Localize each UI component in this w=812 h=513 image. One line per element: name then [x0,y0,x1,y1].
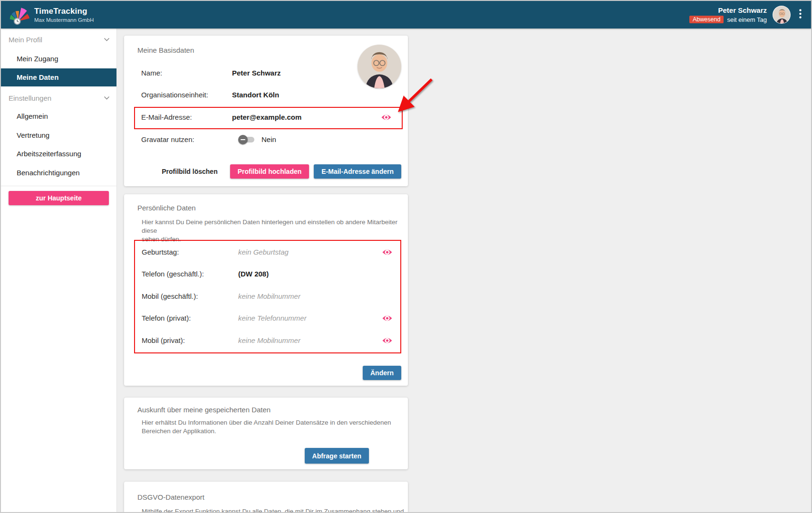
company-name: Max Mustermann GmbH [34,17,94,23]
field-row-mobil-privat: Mobil (privat): keine Mobilnummer [124,336,408,345]
kebab-menu-icon[interactable] [796,7,804,22]
field-label: Gravatar nutzen: [141,135,194,144]
sidebar-item-benachrichtigungen[interactable]: Benachrichtigungen [1,168,116,178]
field-label: Mobil (privat): [142,336,185,345]
field-row-telefon-geschaeftlich: Telefon (geschäftl.): (DW 208) [124,269,408,279]
user-info: Peter Schwarz Abwesend seit einem Tag [689,6,767,23]
toggle-value: Nein [261,135,276,144]
card-title: Auskunft über meine gespeicherten Daten [137,406,271,414]
field-label: E-Mail-Adresse: [141,113,192,122]
eye-icon[interactable] [382,337,393,344]
field-row-name: Name: Peter Schwarz [124,68,408,78]
eye-icon[interactable] [382,314,393,322]
eye-icon[interactable] [381,114,392,121]
user-name: Peter Schwarz [689,6,767,15]
description-line: sehen dürfen. [142,235,408,244]
email-aendern-button[interactable]: E-Mail-Adresse ändern [314,164,401,179]
card-title: DSGVO-Datenexport [137,493,204,501]
field-value: Standort Köln [232,90,279,100]
sidebar-item-allgemein[interactable]: Allgemein [1,111,116,122]
section-label: Mein Profil [9,36,42,44]
chevron-down-icon [104,38,110,41]
field-value: keine Telefonnummer [238,314,307,323]
sidebar-item-arbeitszeiterfassung[interactable]: Arbeitszeiterfassung [1,149,116,159]
card-title: Persönliche Daten [137,204,196,212]
field-label: Organisationseinheit: [141,90,208,100]
abfrage-starten-button[interactable]: Abfrage starten [305,448,369,464]
field-label: Geburtstag: [142,247,179,257]
field-row-geburtstag: Geburtstag: kein Geburtstag [124,247,408,257]
status-duration: seit einem Tag [727,16,767,23]
aendern-button[interactable]: Ändern [363,366,401,380]
sidebar: Mein Profil Mein Zugang Meine Daten Eins… [1,28,117,512]
avatar-image [773,6,791,24]
status-badge: Abwesend [689,16,724,23]
card-description: Mithilfe der Export Funktion kannst Du a… [142,507,408,513]
sidebar-item-vertretung[interactable]: Vertretung [1,130,116,141]
profilbild-hochladen-button[interactable]: Profilbild hochladen [230,164,309,179]
card-description: Hier kannst Du Deine persönlichen Daten … [142,218,408,244]
card-title: Meine Basisdaten [137,46,194,54]
field-label: Telefon (geschäftl.): [142,269,204,279]
app-title: TimeTracking [34,7,94,16]
field-value: kein Geburtstag [238,247,289,257]
field-row-gravatar: Gravatar nutzen: Nein [124,135,408,144]
eye-icon[interactable] [382,248,393,256]
zur-hauptseite-button[interactable]: zur Hauptseite [9,191,109,205]
description-line: Mithilfe der Export Funktion kannst Du a… [142,507,408,513]
sidebar-section-einstellungen[interactable]: Einstellungen [9,93,110,103]
app-window: TimeTracking Max Mustermann GmbH Peter S… [0,0,812,513]
sidebar-item-mein-zugang[interactable]: Mein Zugang [1,54,116,64]
sidebar-divider [1,186,116,186]
field-row-organisationseinheit: Organisationseinheit: Standort Köln [124,90,408,100]
field-value: Peter Schwarz [232,68,281,78]
description-line: Hier kannst Du Deine persönlichen Daten … [142,218,408,235]
field-value: (DW 208) [238,269,269,279]
chevron-down-icon [104,96,110,100]
field-label: Telefon (privat): [142,314,191,323]
field-row-telefon-privat: Telefon (privat): keine Telefonnummer [124,314,408,323]
sidebar-item-meine-daten[interactable]: Meine Daten [1,68,116,86]
gravatar-toggle[interactable] [238,135,255,144]
timetracking-logo-icon [8,4,30,25]
persoenliche-daten-card: Persönliche Daten Hier kannst Du Deine p… [124,194,408,386]
user-avatar[interactable] [773,6,791,24]
description-line: Hier erhältst Du Informationen über die … [142,418,391,427]
field-value: keine Mobilnummer [238,336,300,345]
dsgvo-card: DSGVO-Datenexport Mithilfe der Export Fu… [124,482,408,513]
section-label: Einstellungen [9,94,51,102]
profile-photo [358,45,401,88]
field-row-email: E-Mail-Adresse: peter@example.com [124,113,408,122]
app-title-block: TimeTracking Max Mustermann GmbH [34,7,94,23]
field-label: Name: [141,68,162,78]
field-value: peter@example.com [232,113,301,122]
field-value: keine Mobilnummer [238,292,300,301]
card-description: Hier erhältst Du Informationen über die … [142,418,391,436]
app-header: TimeTracking Max Mustermann GmbH Peter S… [1,1,811,28]
description-line: Bereichen der Applikation. [142,427,391,436]
sidebar-section-mein-profil[interactable]: Mein Profil [9,34,110,45]
field-label: Mobil (geschäftl.): [142,292,198,301]
auskunft-card: Auskunft über meine gespeicherten Daten … [124,398,408,469]
field-row-mobil-geschaeftlich: Mobil (geschäftl.): keine Mobilnummer [124,292,408,301]
profilbild-loeschen-button[interactable]: Profilbild löschen [154,164,225,179]
basisdaten-card: Meine Basisdaten Name: Peter Schwarz Org… [124,36,408,186]
